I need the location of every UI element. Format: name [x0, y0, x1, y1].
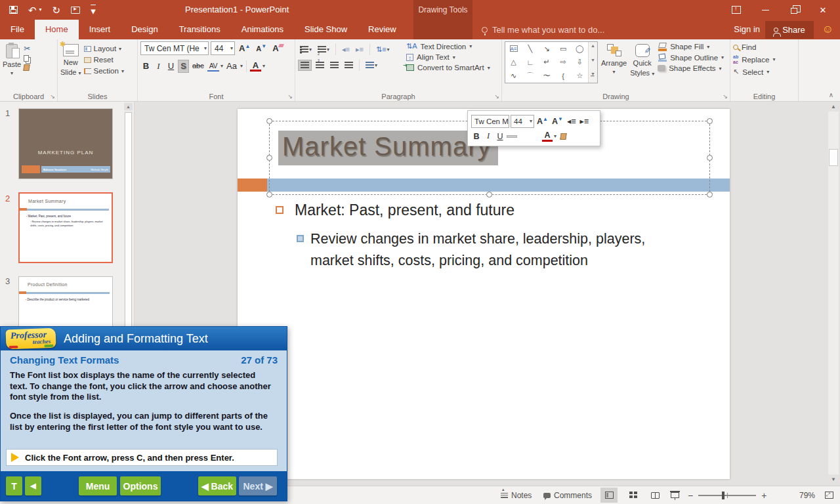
next-button[interactable]: Next ▶ [239, 476, 277, 495]
italic-button[interactable]: I [153, 60, 164, 72]
elbow-connector-icon[interactable]: ∟ [522, 56, 538, 70]
scribble-shape-icon[interactable]: ∿ [505, 69, 522, 83]
resize-handle-mid-left[interactable] [266, 155, 272, 161]
decrease-indent-button[interactable]: ◂≡ [340, 44, 352, 55]
resize-handle-bottom-center[interactable] [486, 192, 492, 198]
scroll-up-icon[interactable]: ▲ [828, 102, 839, 112]
paragraph-dialog-launcher[interactable]: ↘ [494, 93, 499, 100]
shapes-gallery[interactable]: A≡ ╲ ↘ ▭ ◯ △ ∟ ↵ ⇨ ⇩ ∿ ⌒ 〜 { ☆ ▲ [505, 41, 598, 83]
down-arrow-shape-icon[interactable]: ⇩ [572, 56, 588, 70]
oval-shape-icon[interactable]: ◯ [572, 42, 588, 56]
mini-decrease-indent-button[interactable]: ◂≡ [566, 116, 578, 127]
columns-button[interactable]: ▾ [364, 60, 379, 70]
reset-button[interactable]: Reset [84, 56, 124, 64]
scroll-down-icon[interactable]: ▼ [828, 474, 839, 484]
clear-formatting-button[interactable]: A [270, 43, 280, 54]
underline-button[interactable]: U [165, 60, 177, 72]
thumbnail-scroll-up-icon[interactable]: ▲ [124, 103, 133, 110]
strikethrough-button[interactable]: abc [190, 61, 206, 71]
gallery-more-icon[interactable]: ▼▔ [591, 72, 595, 81]
curve-shape-icon[interactable]: 〜 [538, 69, 555, 83]
restore-button[interactable] [780, 0, 808, 20]
line-spacing-button[interactable]: ⇅≡▾ [374, 44, 392, 55]
triangle-shape-icon[interactable]: △ [505, 56, 522, 70]
save-icon[interactable] [9, 6, 18, 14]
line-shape-icon[interactable]: ╲ [522, 42, 538, 56]
resize-handle-mid-right[interactable] [707, 155, 713, 161]
arrow-shape-icon[interactable]: ↘ [538, 42, 555, 56]
slide-title-text[interactable]: Market Summary [278, 131, 498, 165]
slide-bullet-2[interactable]: Review changes in market share, leadersh… [297, 228, 691, 272]
character-spacing-dropdown-icon[interactable]: ▾ [220, 63, 223, 69]
font-color-dropdown-icon[interactable]: ▾ [262, 63, 265, 69]
zoom-in-icon[interactable]: + [761, 490, 766, 501]
align-right-button[interactable] [328, 60, 341, 70]
mini-font-size-combo[interactable]: 44▾ [511, 115, 534, 128]
slide-bullet-1[interactable]: Market: Past, present, and future [276, 201, 514, 219]
mini-underline-button[interactable]: U [495, 131, 505, 142]
font-dialog-launcher[interactable]: ↘ [287, 93, 293, 100]
tell-me-box[interactable]: Tell me what you want to do... [482, 20, 604, 39]
section-button[interactable]: Section▾ [84, 67, 124, 75]
numbering-button[interactable]: ▾ [316, 45, 331, 54]
redo-icon[interactable]: ↻ [52, 5, 61, 15]
clipboard-dialog-launcher[interactable]: ↘ [50, 93, 55, 100]
text-toggle-button[interactable]: T [6, 476, 22, 495]
decrease-font-size-button[interactable]: A▼ [254, 43, 268, 54]
slide-show-button[interactable] [666, 488, 683, 503]
align-left-button[interactable] [298, 60, 312, 71]
left-brace-shape-icon[interactable]: { [555, 69, 572, 83]
audio-button[interactable]: ◀ [25, 476, 41, 495]
mini-decrease-font-button[interactable]: A▼ [551, 116, 564, 127]
slide-sorter-view-button[interactable] [625, 488, 642, 503]
sign-in-link[interactable]: Sign in [734, 20, 760, 39]
paste-button[interactable]: Paste ▾ [3, 41, 21, 91]
normal-view-button[interactable] [600, 488, 618, 503]
shapes-gallery-scrollbar[interactable]: ▲ ▼ ▼▔ [588, 42, 597, 83]
zoom-slider-thumb[interactable] [722, 492, 724, 499]
tab-review[interactable]: Review [358, 20, 407, 39]
right-arrow-shape-icon[interactable]: ⇨ [555, 56, 572, 70]
tab-design[interactable]: Design [121, 20, 168, 39]
thumbnail-slide-1[interactable]: MARKETING PLAN Bahama Vacations Melinda … [18, 108, 113, 179]
increase-font-size-button[interactable]: A▲ [237, 43, 252, 54]
select-button[interactable]: ↖Select▾ [733, 68, 795, 76]
resize-handle-bottom-right[interactable] [707, 192, 713, 198]
increase-indent-button[interactable]: ▸≡ [354, 44, 366, 55]
close-button[interactable]: ✕ [808, 0, 837, 20]
mini-italic-button[interactable]: I [483, 131, 494, 142]
fit-slide-to-window-button[interactable] [820, 488, 837, 503]
bullets-button[interactable]: ▾ [298, 45, 314, 54]
back-button[interactable]: ◀ Back [198, 476, 236, 495]
new-slide-button[interactable]: New Slide ▾ [60, 41, 81, 91]
thumbnail-slide-2-selected[interactable]: Market Summary Market: Past, present, an… [18, 192, 113, 263]
options-button[interactable]: Options [120, 476, 161, 495]
arc-shape-icon[interactable]: ⌒ [522, 69, 538, 83]
font-size-combo[interactable]: 44▾ [211, 41, 235, 55]
text-box-shape-icon[interactable]: A≡ [510, 45, 518, 52]
mini-font-color-button[interactable]: A [542, 131, 553, 142]
shape-outline-button[interactable]: Shape Outline▾ [658, 54, 724, 62]
layout-button[interactable]: Layout▾ [84, 45, 124, 52]
paste-dropdown-icon[interactable]: ▾ [10, 70, 13, 76]
character-spacing-button[interactable]: AV [207, 61, 219, 72]
main-vertical-scrollbar[interactable]: ▲ ▼ [828, 102, 839, 484]
quick-styles-button[interactable]: Quick Styles ▾ [630, 41, 654, 91]
find-button[interactable]: Find [733, 43, 795, 51]
gallery-down-icon[interactable]: ▼ [591, 58, 595, 62]
resize-handle-top-right[interactable] [707, 118, 713, 124]
mini-increase-indent-button[interactable]: ▸≡ [578, 116, 590, 127]
menu-button[interactable]: Menu [79, 476, 117, 495]
scroll-thumb[interactable] [829, 149, 838, 166]
undo-icon[interactable]: ↶ [28, 5, 37, 15]
copy-icon[interactable] [24, 55, 29, 62]
mini-format-painter-icon[interactable] [560, 133, 566, 140]
mini-increase-font-button[interactable]: A▲ [536, 116, 549, 127]
tab-home[interactable]: Home [35, 20, 79, 39]
change-case-button[interactable]: Aa [224, 60, 239, 72]
cut-icon[interactable]: ✂ [24, 45, 30, 52]
mini-bold-button[interactable]: B [471, 131, 482, 142]
resize-handle-top-left[interactable] [266, 118, 272, 124]
mini-font-color-dropdown-icon[interactable]: ▾ [554, 133, 556, 139]
mini-align-center-button[interactable] [518, 136, 529, 137]
